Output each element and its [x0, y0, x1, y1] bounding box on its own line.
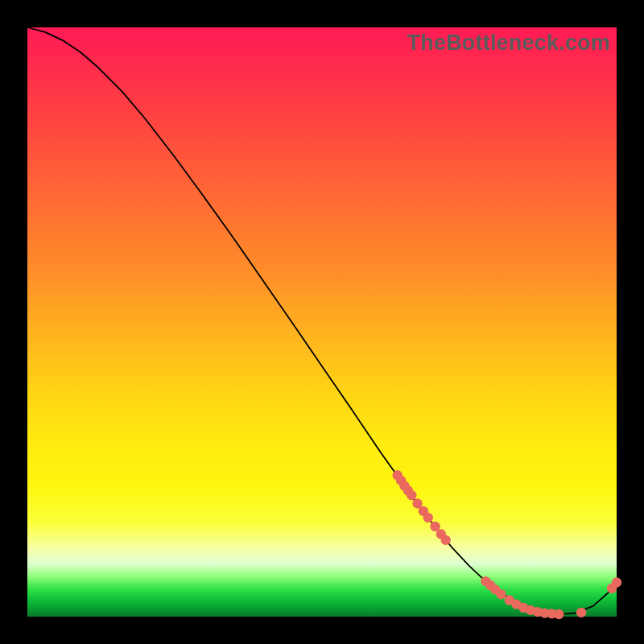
- data-dot: [423, 513, 433, 522]
- chart-svg: [27, 27, 617, 617]
- plot-area: TheBottleneck.com: [27, 27, 617, 617]
- data-dot: [496, 589, 506, 599]
- data-dot: [612, 577, 621, 587]
- chart-container: TheBottleneck.com: [0, 0, 644, 644]
- data-dot: [407, 490, 416, 500]
- data-dot: [441, 535, 451, 545]
- data-dots: [393, 470, 622, 619]
- curve-line: [27, 27, 617, 614]
- data-dot: [576, 608, 586, 617]
- data-dot: [554, 609, 564, 619]
